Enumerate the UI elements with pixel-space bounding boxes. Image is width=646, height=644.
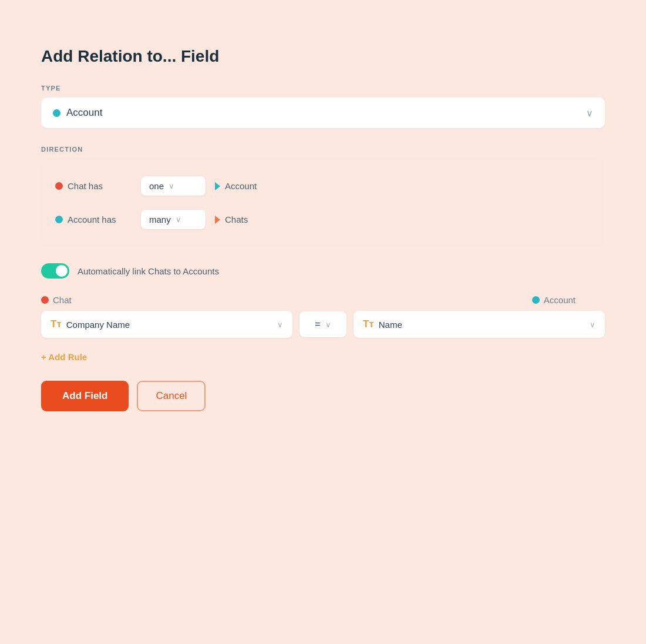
dir-select-2[interactable]: many ∨: [141, 210, 206, 229]
left-field-chevron: ∨: [277, 320, 283, 329]
dir-dot-2: [55, 216, 63, 223]
matching-row: Tт Company Name ∨ = ∨ Tт Name ∨: [41, 311, 605, 338]
dialog: Add Relation to... Field TYPE Account ∨ …: [12, 24, 634, 435]
dir-select-1[interactable]: one ∨: [141, 176, 206, 196]
triangle-teal-icon-1: [215, 182, 220, 190]
left-field-value: Company Name: [66, 320, 130, 330]
operator-select[interactable]: = ∨: [300, 311, 346, 337]
direction-box: Chat has one ∨ Account Account has many …: [41, 159, 605, 247]
dir-target-label-1: Account: [225, 181, 257, 191]
direction-section-label: DIRECTION: [41, 146, 605, 153]
type-dropdown[interactable]: Account ∨: [41, 98, 605, 128]
match-head-left: Chat: [41, 295, 72, 305]
match-entity-right: Account: [544, 295, 576, 305]
right-field-icon: Tт: [363, 318, 374, 330]
toggle-label: Automatically link Chats to Accounts: [78, 266, 219, 276]
cancel-button[interactable]: Cancel: [137, 381, 206, 411]
matching-heads: Chat Account: [41, 295, 605, 305]
type-dot: [53, 109, 60, 117]
dir-target-label-2: Chats: [225, 214, 248, 224]
dir-source-label-1: Chat has: [68, 181, 103, 191]
match-dot-right: [532, 296, 540, 304]
matching-section: Chat Account Tт Company Name ∨ = ∨ Tт Na…: [41, 295, 605, 338]
dir-source-1: Chat has: [55, 181, 132, 191]
dir-select-value-2: many: [149, 214, 171, 224]
add-rule-button[interactable]: + Add Rule: [41, 352, 87, 362]
dir-target-1: Account: [215, 181, 257, 191]
page-title: Add Relation to... Field: [41, 47, 605, 66]
match-dot-left: [41, 296, 49, 304]
triangle-orange-icon-2: [215, 216, 220, 224]
operator-value: =: [315, 319, 320, 330]
left-field-select[interactable]: Tт Company Name ∨: [41, 311, 292, 338]
direction-row-1: Chat has one ∨ Account: [55, 170, 591, 202]
type-select-value: Account: [53, 107, 102, 119]
match-head-right: Account: [532, 295, 576, 305]
operator-chevron: ∨: [325, 320, 331, 329]
match-entity-left: Chat: [53, 295, 72, 305]
left-field-icon: Tт: [51, 318, 62, 330]
type-section-label: TYPE: [41, 85, 605, 92]
dir-target-2: Chats: [215, 214, 248, 224]
type-selected-text: Account: [66, 107, 102, 119]
add-field-button[interactable]: Add Field: [41, 381, 129, 411]
auto-link-toggle[interactable]: [41, 263, 69, 279]
type-chevron-icon: ∨: [586, 108, 593, 119]
dir-select-chevron-1: ∨: [169, 182, 174, 190]
dir-select-chevron-2: ∨: [176, 215, 181, 224]
dir-select-value-1: one: [149, 181, 164, 191]
toggle-knob: [56, 265, 68, 277]
right-field-select[interactable]: Tт Name ∨: [354, 311, 605, 338]
direction-row-2: Account has many ∨ Chats: [55, 204, 591, 235]
dir-source-label-2: Account has: [68, 214, 116, 224]
dir-source-2: Account has: [55, 214, 132, 224]
right-field-chevron: ∨: [590, 320, 595, 329]
dir-dot-1: [55, 182, 63, 190]
toggle-row: Automatically link Chats to Accounts: [41, 263, 605, 279]
footer-buttons: Add Field Cancel: [41, 381, 605, 411]
right-field-value: Name: [379, 320, 402, 330]
